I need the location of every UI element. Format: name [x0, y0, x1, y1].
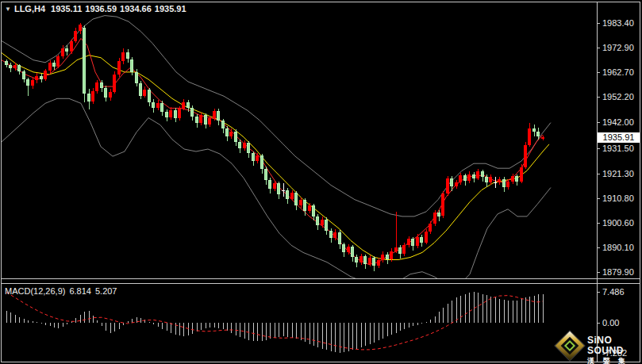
candle — [437, 213, 440, 216]
ohlc-header: ▼LLG,H4 1935.111936.591934.661935.91 — [5, 4, 190, 13]
price-tick-label: 1879.90 — [602, 267, 634, 277]
price-tick-label: 1890.10 — [602, 243, 634, 252]
price-tick-label: 1942.00 — [602, 117, 634, 127]
macd-signal-line — [6, 292, 543, 350]
candle — [342, 244, 345, 252]
candle — [79, 25, 82, 30]
candle — [494, 182, 497, 183]
candle — [416, 237, 419, 246]
candle — [520, 167, 523, 182]
price-tick-mark — [597, 122, 600, 123]
candle — [126, 52, 129, 59]
candle — [139, 83, 142, 96]
candle — [402, 245, 406, 254]
candle — [407, 239, 410, 245]
candle — [26, 79, 29, 86]
candle — [485, 177, 488, 183]
candle — [65, 48, 68, 52]
symbol-dropdown-icon[interactable]: ▼ — [5, 6, 11, 13]
price-tick-mark — [597, 198, 600, 199]
candle — [252, 153, 255, 161]
candle — [213, 111, 216, 118]
candle — [286, 190, 289, 199]
candle — [208, 118, 211, 125]
candle — [489, 177, 492, 182]
price-tick-label: 1921.30 — [602, 169, 634, 178]
panel-separator-top[interactable] — [1, 278, 640, 279]
price-axis-line[interactable] — [597, 2, 598, 362]
candle — [463, 175, 467, 181]
candle — [433, 213, 436, 224]
candle — [186, 102, 190, 108]
candle — [234, 132, 237, 142]
candle — [481, 171, 484, 177]
price-tick-mark — [597, 174, 600, 174]
candle — [91, 91, 94, 102]
candle — [268, 180, 271, 189]
candle — [83, 28, 86, 94]
candle — [44, 71, 47, 79]
high-value: 1936.59 — [85, 4, 117, 13]
candle — [377, 260, 380, 266]
candle — [372, 258, 375, 266]
watermark-logo: SiNO SOUND 漢 聲 集 團 — [551, 331, 640, 362]
candle — [502, 179, 506, 187]
panel-separator-bottom[interactable] — [1, 283, 640, 284]
candle — [121, 52, 125, 61]
candle — [329, 231, 333, 239]
candle — [17, 65, 21, 71]
candle — [204, 115, 207, 125]
window-border-top — [1, 2, 640, 2]
candle — [386, 255, 389, 260]
candle — [217, 111, 220, 121]
candle — [260, 155, 263, 169]
window-border-right — [640, 2, 640, 362]
candle — [229, 132, 233, 137]
main-overlays-svg — [2, 2, 597, 278]
price-tick-mark — [597, 48, 600, 48]
candle — [221, 121, 225, 128]
candle — [308, 205, 311, 211]
candle — [394, 247, 398, 251]
macd-signal-value: 5.207 — [95, 286, 117, 296]
brand-name: SiNO SOUND — [587, 335, 640, 356]
price-tick-label: 1983.40 — [602, 18, 634, 28]
candle — [243, 143, 246, 148]
candle — [325, 220, 328, 231]
candle — [316, 216, 319, 225]
candle — [347, 247, 350, 252]
price-tick-label: 1931.50 — [602, 144, 634, 153]
candle — [22, 71, 25, 79]
macd-tick-mark — [597, 292, 600, 293]
price-tick-label: 1972.90 — [602, 43, 634, 52]
candle — [35, 76, 38, 80]
candle — [541, 137, 544, 139]
brand-name-chinese: 漢 聲 集 團 — [587, 356, 640, 364]
candle — [61, 48, 64, 57]
candle — [312, 205, 315, 216]
window-border-left — [1, 2, 2, 362]
candle — [321, 220, 324, 225]
price-tick-mark — [597, 23, 600, 24]
candle — [277, 183, 280, 194]
candle — [282, 190, 285, 191]
candle — [5, 61, 8, 65]
candle — [338, 232, 341, 245]
candle — [333, 232, 336, 239]
brand-diamond-icon — [554, 330, 586, 362]
main-chart-panel[interactable] — [2, 2, 597, 278]
candle — [299, 200, 302, 205]
candle — [524, 145, 527, 167]
candle — [256, 155, 259, 161]
candle — [143, 90, 146, 95]
price-tick-mark — [597, 223, 600, 224]
candle — [294, 193, 298, 205]
low-value: 1934.66 — [120, 4, 152, 13]
candle — [74, 31, 77, 41]
candle — [467, 174, 471, 181]
candle — [156, 103, 160, 109]
candle — [174, 110, 177, 119]
open-value: 1935.11 — [51, 4, 82, 13]
candle — [100, 82, 103, 88]
close-value: 1935.91 — [155, 4, 186, 13]
